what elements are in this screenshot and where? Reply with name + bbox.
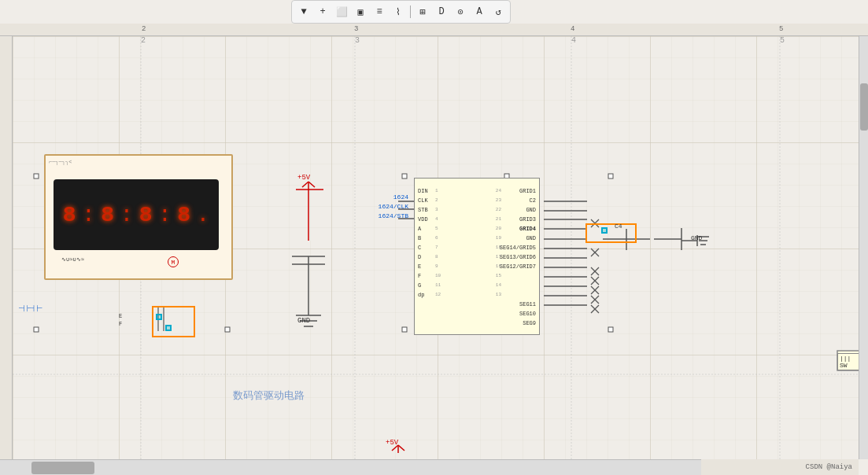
svg-line-42 — [591, 296, 599, 304]
stb-label: 1624/STB — [322, 212, 408, 219]
ic-pin-seg13: SEG13/GRID6 — [500, 252, 536, 262]
svg-line-32 — [591, 219, 599, 227]
ic-pin-gnd2: GND — [500, 234, 536, 243]
col-4-label: 4 — [571, 36, 576, 45]
ruler-col-5: 5 — [779, 25, 783, 33]
ic-pin-g: G — [418, 281, 428, 290]
ic-pin-grid1: GRID1 — [500, 186, 536, 196]
statusbar: CSDN @Naiya — [701, 459, 859, 475]
circuit-title: 数码管驱动电路 — [233, 388, 305, 403]
ic-pin-din: DIN — [418, 186, 428, 196]
svg-line-74 — [398, 445, 404, 451]
net-label-icon[interactable]: ⊙ — [453, 5, 467, 19]
ic-left-pinnums: 12345 6789101112 — [435, 186, 441, 300]
svg-line-67 — [302, 182, 308, 187]
seg-display-title-label: ⌐─┐─┐┐< — [49, 159, 72, 165]
seg-digit-2: 8 — [101, 203, 114, 227]
seg-colon-3: : — [158, 203, 172, 227]
seg-digit-4: 8 — [177, 203, 190, 227]
bus-icon[interactable]: ≡ — [372, 5, 386, 19]
schematic-canvas: 2 3 4 5 CLA CLK3B CLA ⌐─┐─┐┐< 8 : 8 : 8 … — [13, 36, 859, 459]
ic-pin-seg12: SEG12/GRID7 — [500, 262, 536, 271]
svg-rect-57 — [34, 327, 39, 332]
ruler-left — [0, 36, 13, 459]
svg-rect-64 — [608, 174, 613, 179]
seg-colon-4: . — [196, 203, 209, 227]
scrollbar-bottom-thumb[interactable] — [31, 462, 94, 474]
ic-left-pins: DIN CLK STB VDD A B C D E F G dp — [418, 186, 428, 300]
ruler-col-4: 4 — [571, 25, 574, 33]
c4-label: C4 — [615, 223, 622, 230]
scrollbar-right-thumb[interactable] — [860, 83, 868, 131]
component-icon[interactable]: ▣ — [353, 5, 368, 19]
ic-pin-a: A — [418, 224, 428, 234]
text-icon[interactable]: A — [472, 5, 486, 19]
svg-line-41 — [591, 286, 599, 294]
toolbar: ▼ + ⬜ ▣ ≡ ⌇ ⊞ D ⊙ A ↺ — [291, 0, 511, 24]
undo-icon[interactable]: ↺ — [491, 5, 505, 19]
ic-pin-seg10: SEG10 — [519, 309, 536, 319]
select-rect-icon[interactable]: ⬜ — [334, 5, 349, 19]
ic-pin-stb: STB — [418, 205, 428, 215]
svg-rect-65 — [608, 327, 613, 332]
toolbar-separator — [410, 6, 411, 18]
no-connect-icon[interactable]: D — [434, 5, 449, 19]
ic-pin-seg14: SEG14/GRID5 — [500, 243, 536, 252]
highlight-box-bottom-left — [152, 306, 195, 337]
wire-icon[interactable]: ⌇ — [391, 5, 405, 19]
highlight-box-grid4 — [585, 223, 637, 243]
svg-line-35 — [591, 249, 599, 256]
junction-icon[interactable]: ⊞ — [416, 5, 430, 19]
ic-pin-clk: CLK — [418, 196, 428, 205]
svg-line-38 — [591, 277, 599, 285]
filter-icon[interactable]: ▼ — [297, 5, 311, 19]
ic-pin-e: E — [418, 262, 428, 271]
ic-pin-d: D — [418, 252, 428, 262]
selected-pin-cyan-2 — [165, 325, 172, 331]
ic-chip[interactable]: DIN CLK STB VDD A B C D E F G dp GRID1 C… — [414, 178, 540, 335]
seg-motor-sym: M — [168, 256, 179, 267]
svg-line-37 — [591, 267, 599, 275]
svg-rect-59 — [225, 327, 230, 332]
ic-pin-grid3: GRID3 — [500, 215, 536, 224]
ic-pin-b: B — [418, 234, 428, 243]
ruler-col-2: 2 — [142, 25, 146, 33]
din-label: 1624 — [322, 193, 408, 201]
svg-line-68 — [308, 182, 315, 187]
seg-display-component[interactable]: ⌐─┐─┐┐< 8 : 8 : 8 : 8 . ∿∪≈∪∿≈ M — [44, 154, 233, 280]
seg-colon-1: : — [82, 203, 95, 227]
gnd-right: GND — [691, 234, 702, 241]
ic-pin-c: C — [418, 243, 428, 252]
seg-pin-e-label: E — [119, 313, 122, 319]
gnd-left: GND — [297, 317, 310, 325]
col-5-label: 5 — [780, 36, 785, 45]
svg-rect-60 — [402, 174, 407, 179]
svg-line-45 — [591, 305, 599, 313]
ic-pin-f: F — [418, 271, 428, 281]
ic-pin-vdd: VDD — [418, 215, 428, 224]
statusbar-text: CSDN @Naiya — [806, 463, 852, 471]
svg-line-44 — [591, 305, 599, 313]
col-2-label: 2 — [141, 36, 146, 45]
seg-left-pin-labels: ─┤├─┤├─ — [19, 305, 42, 311]
ruler-top: 2 3 4 5 — [0, 24, 868, 36]
ic-pin-dp: dp — [418, 290, 428, 300]
add-icon[interactable]: + — [316, 5, 330, 19]
ic-right-pins-lower: SEG11 SEG10 SEG9 — [519, 300, 536, 328]
col-3-label: 3 — [355, 36, 360, 45]
svg-line-33 — [591, 219, 599, 227]
ic-pin-gnd1: GND — [500, 205, 536, 215]
ruler-col-3: 3 — [354, 25, 358, 33]
svg-line-39 — [591, 277, 599, 285]
ic-pin-seg9: SEG9 — [519, 319, 536, 328]
power-5v-left: +5V — [297, 174, 310, 182]
svg-line-40 — [591, 286, 599, 294]
seg-digit-3: 8 — [139, 203, 153, 227]
clk-label: 1624/CLK — [322, 203, 408, 210]
ic-right-pins: GRID1 C2 GND GRID3 GRID4 GND SEG14/GRID5… — [500, 186, 536, 271]
seg-bottom-labels: ∿∪≈∪∿≈ — [61, 256, 84, 263]
scrollbar-right[interactable] — [859, 36, 868, 459]
svg-line-34 — [591, 249, 599, 256]
svg-line-36 — [591, 267, 599, 275]
ic-pin-grid4: GRID4 — [500, 224, 536, 234]
